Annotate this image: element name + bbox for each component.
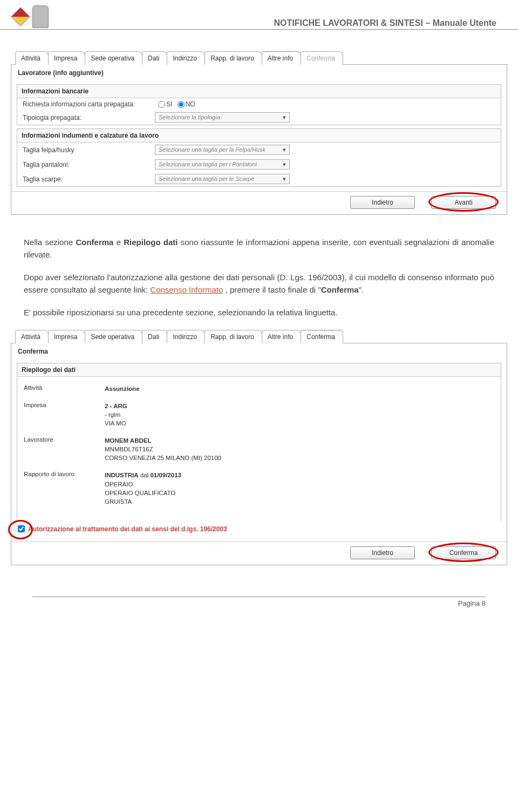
button-row-2: Indietro Conferma [11, 542, 507, 565]
tab-indirizzo[interactable]: Indirizzo [167, 330, 205, 343]
paragraph-3: E' possibile riposizionarsi su una prece… [24, 307, 494, 319]
summary-value: INDUSTRIA dal 01/09/2013OPERAIOOPERAIO Q… [105, 471, 181, 505]
select-scarpe[interactable]: Selezionare una taglia per le Scarpe▾ [155, 174, 290, 184]
row-felpa: Taglia felpa/husky Selezionare una tagli… [17, 143, 501, 157]
tab-dati[interactable]: Dati [142, 51, 167, 65]
select-tipologia[interactable]: Selezionare la tipologia▾ [155, 112, 290, 123]
tab-sede[interactable]: Sede operativa [85, 330, 142, 343]
radio-no-label: NO [186, 100, 195, 108]
tab-attivita[interactable]: Attività [15, 51, 49, 65]
confirm-button[interactable]: Conferma [431, 546, 496, 559]
label-prepagata: Richiesta informazioni carta prepagata: [23, 100, 155, 108]
logo-area [11, 5, 49, 28]
caret-icon: ▾ [283, 161, 286, 168]
row-scarpe: Taglia scarpe: Selezionare una taglia pe… [17, 172, 501, 186]
page-header: NOTIFICHE LAVORATORI & SINTESI – Manuale… [0, 0, 518, 30]
row-tipologia: Tipologia prepagata: Selezionare la tipo… [17, 110, 501, 125]
summary-row: Impresa2 - ARG- rglmVIA MO [24, 397, 494, 432]
tab-sede[interactable]: Sede operativa [85, 51, 142, 65]
auth-checkbox[interactable] [18, 525, 25, 532]
summary-value: 2 - ARG- rglmVIA MO [105, 402, 127, 428]
tab-conferma[interactable]: Conferma [301, 51, 343, 65]
auth-row: Autorizzazione al trattamento dei dati a… [11, 521, 507, 537]
section-title: Lavoratore (info aggiuntive) [11, 65, 507, 81]
summary-grid: AttivitàAssunzioneImpresa2 - ARG- rglmVI… [17, 377, 501, 521]
panel-conferma: Conferma Riepilogo dei dati AttivitàAssu… [11, 343, 507, 565]
tab-indirizzo[interactable]: Indirizzo [167, 51, 205, 65]
summary-label: Attività [24, 384, 105, 393]
tab-altre-info[interactable]: Altre info [262, 330, 301, 343]
tab-rapporto[interactable]: Rapp. di lavoro [205, 51, 262, 65]
page-title: NOTIFICHE LAVORATORI & SINTESI – Manuale… [274, 18, 496, 28]
radio-si[interactable] [158, 101, 165, 108]
paragraph-2: Dopo aver selezionato l'autorizzazione a… [24, 272, 494, 296]
radio-si-label: SI [166, 100, 172, 108]
screenshot-conferma: Attività Impresa Sede operativa Dati Ind… [11, 330, 507, 565]
group-riepilogo: Riepilogo dei dati AttivitàAssunzioneImp… [17, 363, 501, 521]
caret-icon: ▾ [283, 114, 286, 121]
summary-label: Lavoratore [24, 436, 105, 462]
select-felpa[interactable]: Selezionare una taglia per la Felpa/Husk… [155, 145, 290, 155]
summary-row: LavoratoreMONEM ABDELMNMBDL76T16ZCORSO V… [24, 432, 494, 466]
label-pantaloni: Taglia pantaloni: [23, 161, 155, 168]
tab-conferma[interactable]: Conferma [301, 330, 343, 343]
next-button[interactable]: Avanti [431, 196, 496, 209]
group-bancarie: Informazioni bancarie Richiesta informaz… [17, 84, 501, 125]
summary-label: Impresa [24, 402, 105, 428]
button-row: Indietro Avanti [11, 191, 507, 214]
caret-icon: ▾ [283, 175, 286, 182]
section-title: Conferma [11, 343, 507, 360]
tab-impresa[interactable]: Impresa [48, 51, 85, 65]
tab-dati[interactable]: Dati [142, 330, 167, 343]
label-scarpe: Taglia scarpe: [23, 175, 155, 183]
select-pantaloni[interactable]: Selezionare una taglia per i Pantaloni▾ [155, 159, 290, 170]
logo-icon-1 [11, 7, 30, 26]
consenso-link[interactable]: Consenso Informato [150, 285, 223, 294]
screenshot-altre-info: Attività Impresa Sede operativa Dati Ind… [11, 51, 507, 215]
tab-attivita[interactable]: Attività [15, 330, 49, 343]
logo-icon-2 [32, 5, 49, 28]
radio-no[interactable] [178, 101, 185, 108]
group-title-indumenti: Informazioni indumenti e calzature da la… [17, 129, 501, 143]
panel-altre-info: Lavoratore (info aggiuntive) Informazion… [11, 65, 507, 215]
caret-icon: ▾ [283, 146, 286, 153]
summary-value: Assunzione [105, 384, 140, 393]
summary-label: Rapporto di lavoro [24, 471, 105, 505]
group-title-bancarie: Informazioni bancarie [17, 85, 501, 98]
label-tipologia: Tipologia prepagata: [23, 114, 155, 121]
tab-altre-info[interactable]: Altre info [262, 51, 301, 65]
summary-row: Rapporto di lavoroINDUSTRIA dal 01/09/20… [24, 466, 494, 510]
radio-group-prepagata: SI NO [155, 100, 195, 108]
page-footer: Pagina 8 [32, 597, 486, 607]
auth-text: Autorizzazione al trattamento dei dati a… [28, 525, 227, 533]
tab-strip-2: Attività Impresa Sede operativa Dati Ind… [11, 330, 507, 343]
summary-value: MONEM ABDELMNMBDL76T16ZCORSO VENEZIA 25 … [105, 436, 221, 462]
row-prepagata: Richiesta informazioni carta prepagata: … [17, 98, 501, 110]
group-title-riepilogo: Riepilogo dei dati [17, 363, 501, 377]
label-felpa: Taglia felpa/husky [23, 146, 155, 154]
back-button[interactable]: Indietro [350, 196, 415, 209]
tab-impresa[interactable]: Impresa [48, 330, 85, 343]
paragraph-1: Nella sezione Conferma e Riepilogo dati … [24, 236, 494, 261]
summary-row: AttivitàAssunzione [24, 380, 494, 397]
back-button[interactable]: Indietro [350, 546, 415, 559]
tab-strip: Attività Impresa Sede operativa Dati Ind… [11, 51, 507, 65]
group-indumenti: Informazioni indumenti e calzature da la… [17, 128, 501, 187]
tab-rapporto[interactable]: Rapp. di lavoro [205, 330, 262, 343]
row-pantaloni: Taglia pantaloni: Selezionare una taglia… [17, 157, 501, 172]
